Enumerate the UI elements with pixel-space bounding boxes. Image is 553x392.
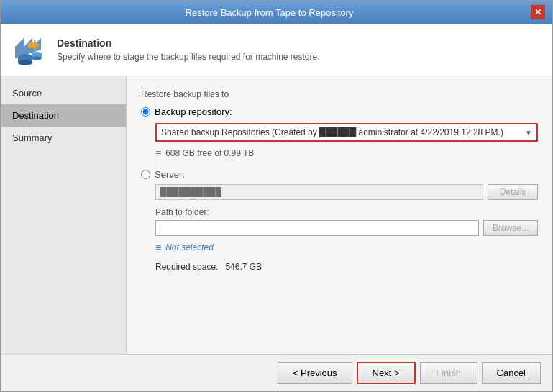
cancel-button[interactable]: Cancel (482, 362, 541, 384)
required-space-row: Required space: 546.7 GB (155, 262, 538, 272)
details-button[interactable]: Details (488, 184, 538, 200)
content-area: Source Destination Summary Restore backu… (1, 76, 552, 354)
sidebar: Source Destination Summary (1, 76, 127, 354)
server-label: Server: (155, 169, 185, 180)
path-label: Path to folder: (155, 207, 538, 217)
browse-button[interactable]: Browse... (483, 220, 538, 236)
path-input[interactable] (155, 220, 479, 236)
repo-dropdown[interactable]: Shared backup Repositories (Created by █… (157, 124, 536, 140)
server-section: Server: ██████████ Details Path to folde… (141, 169, 538, 253)
server-radio-row: Server: (141, 169, 538, 180)
sidebar-item-summary[interactable]: Summary (1, 127, 126, 149)
storage-icon: ≡ (155, 147, 161, 159)
repo-dropdown-container: Shared backup Repositories (Created by █… (157, 124, 536, 140)
sidebar-item-destination[interactable]: Destination (1, 104, 126, 127)
dialog-title: Restore Backup from Tape to Repository (8, 7, 531, 18)
backup-repo-label: Backup repository: (155, 106, 232, 117)
server-select[interactable]: ██████████ (155, 184, 483, 200)
server-select-container: ██████████ (155, 184, 483, 200)
svg-point-6 (32, 56, 42, 60)
repo-dropdown-wrapper: Shared backup Repositories (Created by █… (155, 123, 538, 142)
path-section: Path to folder: Browse... (155, 207, 538, 236)
dialog: Restore Backup from Tape to Repository ✕ (0, 0, 553, 392)
db-icon: ≡ (155, 242, 161, 253)
not-selected-text: Not selected (165, 242, 214, 252)
backup-repo-radio-row: Backup repository: (141, 106, 538, 117)
restore-to-label: Restore backup files to (141, 89, 538, 99)
storage-info-text: 608 GB free of 0.99 TB (165, 148, 254, 158)
server-radio[interactable] (141, 170, 150, 179)
next-button[interactable]: Next > (357, 362, 416, 384)
previous-button[interactable]: < Previous (278, 362, 352, 384)
header-description: Specify where to stage the backup files … (57, 52, 320, 62)
storage-info-row: ≡ 608 GB free of 0.99 TB (155, 147, 538, 159)
svg-point-3 (18, 60, 32, 65)
required-space-label: Required space: (155, 262, 218, 272)
title-bar: Restore Backup from Tape to Repository ✕ (1, 1, 552, 24)
server-dropdown-row: ██████████ Details (155, 184, 538, 200)
close-button[interactable]: ✕ (531, 5, 545, 19)
header-text: Destination Specify where to stage the b… (57, 37, 320, 62)
main-content: Restore backup files to Backup repositor… (127, 76, 552, 354)
finish-button[interactable]: Finish (420, 362, 477, 384)
not-selected-row: ≡ Not selected (155, 242, 538, 253)
footer: < Previous Next > Finish Cancel (1, 354, 552, 391)
required-space-value: 546.7 GB (225, 262, 262, 272)
destination-icon (12, 32, 47, 67)
backup-repo-radio[interactable] (141, 107, 150, 117)
path-row: Browse... (155, 220, 538, 236)
header-title: Destination (57, 37, 320, 49)
header-section: Destination Specify where to stage the b… (1, 24, 552, 76)
sidebar-item-source[interactable]: Source (1, 82, 126, 104)
